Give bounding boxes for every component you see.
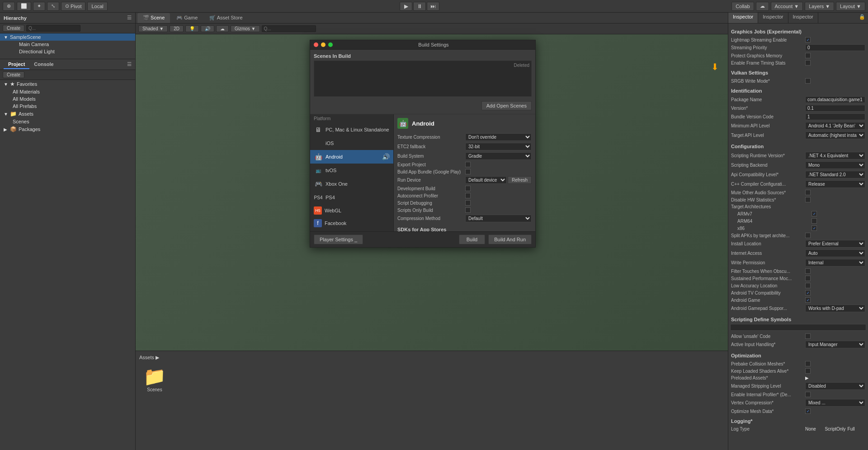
hierarchy-item-main-camera[interactable]: Main Camera xyxy=(0,41,135,48)
platform-item-webgl[interactable]: H5 WebGL xyxy=(310,204,393,217)
cpp-compiler-select[interactable]: Release xyxy=(805,180,865,188)
lightmap-checkbox[interactable] xyxy=(805,37,811,42)
keep-shaders-checkbox[interactable] xyxy=(805,368,811,374)
android-tv-checkbox[interactable] xyxy=(805,290,811,295)
arm64-checkbox[interactable] xyxy=(811,218,817,224)
target-api-select[interactable]: Automatic (highest installed) xyxy=(805,131,865,139)
streaming-priority-input[interactable] xyxy=(805,44,865,51)
packages-folder-item[interactable]: ▶ 📦 Packages xyxy=(0,125,135,133)
platform-item-pc[interactable]: 🖥 PC, Mac & Linux Standalone xyxy=(310,123,393,136)
platform-item-facebook[interactable]: f Facebook xyxy=(310,217,393,230)
hierarchy-item-directional-light[interactable]: Directional Light xyxy=(0,48,135,55)
min-api-select[interactable]: Android 4.1 'Jelly Bean' (API level 16) xyxy=(805,122,865,130)
script-debugging-checkbox[interactable] xyxy=(465,200,471,206)
dialog-maximize-dot[interactable] xyxy=(328,42,333,47)
protect-graphics-checkbox[interactable] xyxy=(805,53,811,58)
all-prefabs-item[interactable]: All Prefabs xyxy=(0,103,135,110)
build-system-select[interactable]: Gradle xyxy=(465,152,532,160)
frame-timing-checkbox[interactable] xyxy=(805,60,811,66)
project-create-button[interactable]: Create xyxy=(3,71,24,78)
autoconnect-profiler-checkbox[interactable] xyxy=(465,193,471,198)
tab-project[interactable]: Project xyxy=(4,60,29,69)
enable-internal-profiler-checkbox[interactable] xyxy=(805,392,811,397)
disable-hw-stats-checkbox[interactable] xyxy=(805,197,811,202)
texture-compression-select[interactable]: Don't override xyxy=(465,133,532,141)
all-models-item[interactable]: All Models xyxy=(0,95,135,103)
export-project-checkbox[interactable] xyxy=(465,162,471,167)
etc2-fallback-select[interactable]: 32-bit xyxy=(465,143,532,150)
account-button[interactable]: Account ▼ xyxy=(771,2,803,11)
scripting-symbols-input[interactable] xyxy=(730,324,866,331)
local-button[interactable]: Local xyxy=(87,2,107,11)
player-settings-button[interactable]: Player Settings _ xyxy=(314,234,363,244)
tab-asset-store[interactable]: 🛒 Asset Store xyxy=(204,13,248,23)
tab-inspector-2[interactable]: Inspector xyxy=(758,13,788,23)
filter-touches-checkbox[interactable] xyxy=(805,268,811,274)
bundle-version-input[interactable] xyxy=(805,113,865,120)
inspector-lock-icon[interactable]: 🔒 xyxy=(856,13,868,23)
tab-scene[interactable]: 🎬 Scene xyxy=(137,13,170,23)
dialog-minimize-dot[interactable] xyxy=(321,42,326,47)
gizmos-button[interactable]: Gizmos ▼ xyxy=(231,25,260,32)
hierarchy-item-samplescene[interactable]: ▼ SampleScene xyxy=(0,33,135,41)
platform-item-tvos[interactable]: 📺 tvOS xyxy=(310,164,393,177)
favorites-item[interactable]: ▼ ★ Favorites xyxy=(0,80,135,88)
split-apks-checkbox[interactable] xyxy=(805,233,811,238)
step-button[interactable]: ⏭ xyxy=(427,2,439,11)
vertex-compression-select[interactable]: Mixed ... xyxy=(805,399,865,407)
platform-item-ios[interactable]: iOS xyxy=(310,136,393,150)
pause-button[interactable]: ⏸ xyxy=(413,2,426,11)
android-game-checkbox[interactable] xyxy=(805,297,811,303)
tab-inspector-3[interactable]: Inspector xyxy=(788,13,818,23)
add-open-scenes-button[interactable]: Add Open Scenes xyxy=(481,101,532,110)
android-gamepad-select[interactable]: Works with D-pad xyxy=(805,305,865,312)
version-input[interactable] xyxy=(805,105,865,112)
layout-button[interactable]: Layout ▼ xyxy=(836,2,865,11)
scripting-backend-select[interactable]: Mono xyxy=(805,161,865,169)
hierarchy-search-input[interactable] xyxy=(26,25,80,32)
tab-console[interactable]: Console xyxy=(29,60,58,69)
optimize-mesh-checkbox[interactable] xyxy=(805,408,811,414)
x86-checkbox[interactable] xyxy=(811,225,817,231)
dialog-close-dot[interactable] xyxy=(314,42,318,47)
refresh-button[interactable]: Refresh xyxy=(508,176,532,184)
skybox-button[interactable]: ☁ xyxy=(216,25,229,32)
build-app-bundle-checkbox[interactable] xyxy=(465,169,471,174)
build-and-run-button[interactable]: Build And Run xyxy=(488,234,532,244)
play-button[interactable]: ▶ xyxy=(400,2,412,11)
scale-tool[interactable]: ⤡ xyxy=(47,2,59,11)
scenes-folder-item[interactable]: Scenes xyxy=(0,118,135,125)
sustained-perf-checkbox[interactable] xyxy=(805,276,811,281)
cloud-button[interactable]: ☁ xyxy=(756,2,769,11)
transform-tools[interactable]: ⊕ xyxy=(3,2,15,11)
hierarchy-create-button[interactable]: Create xyxy=(3,25,24,32)
prebake-checkbox[interactable] xyxy=(805,361,811,366)
platform-item-android[interactable]: 🤖 Android 🔊 xyxy=(310,150,393,164)
run-device-select[interactable]: Default device xyxy=(465,176,507,184)
allow-unsafe-checkbox[interactable] xyxy=(805,333,811,339)
tab-inspector-1[interactable]: Inspector xyxy=(728,13,758,23)
platform-item-xbox[interactable]: 🎮 Xbox One xyxy=(310,177,393,191)
tab-game[interactable]: 🎮 Game xyxy=(171,13,203,23)
package-name-input[interactable] xyxy=(805,96,865,103)
srgb-checkbox[interactable] xyxy=(805,78,811,84)
scripting-runtime-select[interactable]: .NET 4.x Equivalent xyxy=(805,152,865,159)
install-location-select[interactable]: Prefer External xyxy=(805,240,865,248)
layers-button[interactable]: Layers ▼ xyxy=(805,2,834,11)
light-button[interactable]: 💡 xyxy=(185,25,199,32)
shaded-button[interactable]: Shaded ▼ xyxy=(138,25,168,32)
scenes-asset-item[interactable]: 📁 Scenes xyxy=(141,366,168,392)
development-build-checkbox[interactable] xyxy=(465,186,471,191)
compression-method-select[interactable]: Default xyxy=(465,215,532,222)
scripts-only-checkbox[interactable] xyxy=(465,207,471,213)
collab-button[interactable]: Collab xyxy=(731,2,754,11)
rect-tool[interactable]: ⬜ xyxy=(17,2,31,11)
mute-audio-checkbox[interactable] xyxy=(805,190,811,195)
2d-button[interactable]: 2D xyxy=(170,25,184,32)
pivot-button[interactable]: ⊙ Pivot xyxy=(61,2,85,11)
all-materials-item[interactable]: All Materials xyxy=(0,88,135,95)
write-permission-select[interactable]: Internal xyxy=(805,259,865,267)
managed-stripping-select[interactable]: Disabled xyxy=(805,382,865,390)
move-tool[interactable]: ✦ xyxy=(33,2,45,11)
api-compat-select[interactable]: .NET Standard 2.0 xyxy=(805,171,865,178)
